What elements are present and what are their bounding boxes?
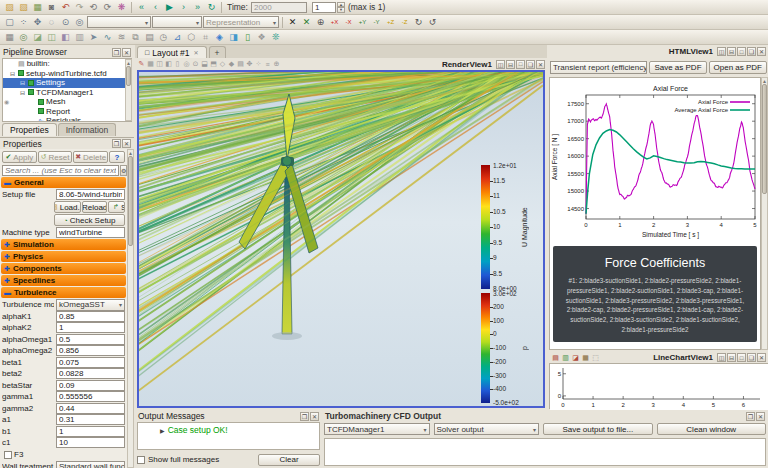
undock-icon[interactable]: ❐ xyxy=(300,412,309,421)
clean-window-button[interactable]: Clean window xyxy=(657,423,767,435)
save-screenshot-icon[interactable]: ◙ xyxy=(45,1,58,14)
undock-icon[interactable]: ❐ xyxy=(746,412,755,421)
color-legend-icon[interactable]: ▯ xyxy=(241,31,254,44)
close-button[interactable]: ✕ xyxy=(536,60,545,69)
close-button[interactable]: ✕ xyxy=(757,47,766,56)
redo-icon[interactable]: ↷ xyxy=(73,1,86,14)
apply-button[interactable]: ✔ Apply xyxy=(2,151,37,163)
tab-information[interactable]: Information xyxy=(58,123,117,136)
select-cells-icon[interactable]: ▢ xyxy=(3,16,16,29)
pipeline-item-builtin-[interactable]: ▤builtin: xyxy=(3,59,131,69)
close-icon[interactable]: ✕ xyxy=(122,139,131,148)
close-icon[interactable]: ✕ xyxy=(756,412,765,421)
toggle-color-legend-icon[interactable]: ▯ xyxy=(173,60,182,69)
undo-icon[interactable]: ↶ xyxy=(59,1,72,14)
rotate-cw-icon[interactable]: ↻ xyxy=(412,16,425,29)
param-input-alphaK1[interactable] xyxy=(56,311,125,322)
select-surface-points-icon[interactable]: ⊙ xyxy=(191,60,200,69)
param-input-c1[interactable] xyxy=(56,437,125,448)
section-speedlines[interactable]: ✚Speedlines xyxy=(1,275,126,286)
split-horizontal-button[interactable]: ◫ xyxy=(717,47,726,56)
view-minus-z-icon[interactable]: -Z xyxy=(398,16,411,29)
select-polygon-cells-icon[interactable]: ◇ xyxy=(218,60,227,69)
rescale-range-icon[interactable]: ▦ xyxy=(146,60,155,69)
param-input-gamma2[interactable] xyxy=(56,403,125,414)
machine-type-input[interactable] xyxy=(56,227,125,238)
maximize-button[interactable]: □ xyxy=(737,353,746,362)
select-block-icon[interactable]: ▤ xyxy=(236,60,245,69)
param-input-alphaK2[interactable] xyxy=(56,322,125,333)
check-setup-button[interactable]: ◔ Check Setup xyxy=(54,214,125,226)
tree-expander-icon[interactable]: ⊟ xyxy=(9,70,16,77)
zoom-data-icon[interactable]: ◎ xyxy=(73,16,86,29)
split-vertical-button[interactable]: ⊟ xyxy=(727,353,736,362)
favorites-icon[interactable]: ❊ xyxy=(269,31,282,44)
coloring-component-select[interactable]: ▾ xyxy=(152,16,202,28)
rotate-ccw-icon[interactable]: ↺ xyxy=(426,16,439,29)
html-view-scrollbar[interactable]: ▲ xyxy=(761,77,768,350)
save-button[interactable]: ↱ Save xyxy=(108,201,125,213)
cfd-manager-select[interactable]: TCFDManager1▾ xyxy=(324,423,430,435)
save-data-icon[interactable]: ▦ xyxy=(31,1,44,14)
save-chart-icon[interactable]: ▥ xyxy=(561,353,570,362)
wall-treatment-select[interactable]: Standard wall functions▾ xyxy=(56,461,125,468)
turbulence-model-select[interactable]: kOmegaSST▾ xyxy=(56,299,125,311)
extract-block-icon[interactable]: ▤ xyxy=(143,31,156,44)
select-frustum-points-icon[interactable]: ⬒ xyxy=(209,60,218,69)
maximize-button[interactable]: □ xyxy=(516,60,525,69)
interact-icon[interactable]: ✥ xyxy=(31,16,44,29)
new-layout-tab-button[interactable]: + xyxy=(209,46,226,58)
section-physics[interactable]: ✚Physics xyxy=(1,251,126,262)
programmable-filter-icon[interactable]: ⌗ xyxy=(199,31,212,44)
param-input-beta1[interactable] xyxy=(56,357,125,368)
section-components[interactable]: ✚Components xyxy=(1,263,126,274)
reset-button[interactable]: ↺ Reset xyxy=(38,151,73,163)
param-input-alphaOmega2[interactable] xyxy=(56,345,125,356)
close-icon[interactable]: ✕ xyxy=(122,48,131,57)
split-horizontal-button[interactable]: ◫ xyxy=(717,353,726,362)
search-options-gear-icon[interactable]: ⚙ xyxy=(120,165,127,176)
group-datasets-icon[interactable]: ⧉ xyxy=(129,31,142,44)
tree-expander-icon[interactable]: ⊟ xyxy=(19,79,26,86)
show-full-messages-checkbox[interactable] xyxy=(137,456,145,464)
param-input-a1[interactable] xyxy=(56,414,125,425)
properties-scrollbar[interactable]: ▲ xyxy=(127,149,134,468)
representation-select[interactable]: Representation▾ xyxy=(203,16,279,28)
pipeline-item-setup-windturbine-tcfd[interactable]: ⊟setup-windTurbine.tcfd xyxy=(3,69,131,79)
split-vertical-button[interactable]: ⊟ xyxy=(727,47,736,56)
chart-options-icon[interactable]: ⬚ xyxy=(591,353,600,362)
param-input-alphaOmega1[interactable] xyxy=(56,334,125,345)
pipeline-scrollbar[interactable]: ▲ xyxy=(125,59,132,121)
next-frame-icon[interactable]: › xyxy=(177,1,190,14)
solver-output-select[interactable]: Solver output▾ xyxy=(434,423,540,435)
close-tab-icon[interactable]: ✕ xyxy=(194,49,199,56)
f3-checkbox[interactable] xyxy=(4,451,12,459)
open-group-icon[interactable]: ▧ xyxy=(17,1,30,14)
reset-camera-icon[interactable]: ✕ xyxy=(286,16,299,29)
find-data-icon[interactable]: ◈ xyxy=(213,31,226,44)
camera-link-icon[interactable]: ⊕ xyxy=(272,60,281,69)
clip-icon[interactable]: ◪ xyxy=(31,31,44,44)
report-select[interactable]: Transient report (efficiency probe 1)▾ xyxy=(550,61,647,74)
hover-points-icon[interactable]: ⊙ xyxy=(59,16,72,29)
pipeline-item-mesh[interactable]: Mesh xyxy=(3,97,131,107)
param-input-gamma1[interactable] xyxy=(56,391,125,402)
param-input-beta2[interactable] xyxy=(56,368,125,379)
open-as-pdf-button[interactable]: Open as PDF xyxy=(709,61,767,74)
undock-icon[interactable]: ❐ xyxy=(112,48,121,57)
pipeline-item-residuals[interactable]: ∿Residuals xyxy=(3,116,131,122)
select-frustum-cells-icon[interactable]: ⬓ xyxy=(200,60,209,69)
open-file-icon[interactable]: ▨ xyxy=(3,1,16,14)
cfd-output-log[interactable] xyxy=(324,438,766,466)
pipeline-item-tcfdmanager1[interactable]: ⊟TCFDManager1 xyxy=(3,88,131,98)
camera-redo-icon[interactable]: ⟳ xyxy=(101,1,114,14)
section-turbulence[interactable]: ▬ Turbulence xyxy=(1,287,126,298)
view-minus-x-icon[interactable]: -X xyxy=(342,16,355,29)
view-plus-x-icon[interactable]: +X xyxy=(328,16,341,29)
pipeline-item-report[interactable]: Report xyxy=(3,107,131,117)
play-icon[interactable]: ▶ xyxy=(163,1,176,14)
rescale-visible-icon[interactable]: ◧ xyxy=(164,60,173,69)
select-surface-cells-icon[interactable]: ◎ xyxy=(182,60,191,69)
view-minus-y-icon[interactable]: -Y xyxy=(370,16,383,29)
clear-button[interactable]: Clear xyxy=(258,454,320,466)
